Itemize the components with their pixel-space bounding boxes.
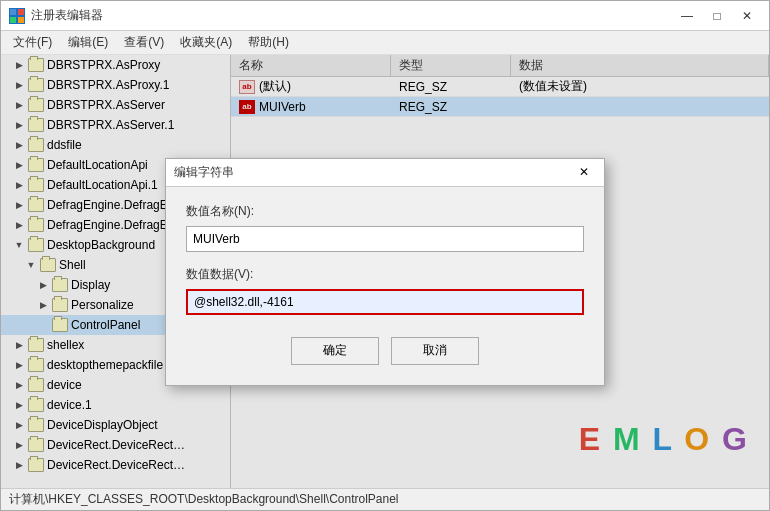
maximize-button[interactable]: □ bbox=[703, 6, 731, 26]
title-bar: 注册表编辑器 — □ ✕ bbox=[1, 1, 769, 31]
svg-rect-3 bbox=[18, 17, 24, 23]
minimize-button[interactable]: — bbox=[673, 6, 701, 26]
menu-view[interactable]: 查看(V) bbox=[116, 32, 172, 53]
close-button[interactable]: ✕ bbox=[733, 6, 761, 26]
dialog-title: 编辑字符串 bbox=[174, 164, 572, 181]
menu-file[interactable]: 文件(F) bbox=[5, 32, 60, 53]
dialog-close-button[interactable]: ✕ bbox=[572, 163, 596, 181]
dialog-overlay: 编辑字符串 ✕ 数值名称(N): 数值数据(V): 确定 取消 bbox=[1, 55, 769, 488]
dialog-body: 数值名称(N): 数值数据(V): 确定 取消 bbox=[166, 187, 604, 385]
status-bar: 计算机\HKEY_CLASSES_ROOT\DesktopBackground\… bbox=[1, 488, 769, 510]
edit-string-dialog: 编辑字符串 ✕ 数值名称(N): 数值数据(V): 确定 取消 bbox=[165, 158, 605, 386]
status-path: 计算机\HKEY_CLASSES_ROOT\DesktopBackground\… bbox=[9, 491, 399, 508]
svg-rect-2 bbox=[10, 17, 16, 23]
dialog-data-input[interactable] bbox=[186, 289, 584, 315]
window-controls: — □ ✕ bbox=[673, 6, 761, 26]
dialog-data-label: 数值数据(V): bbox=[186, 266, 584, 283]
menu-favorites[interactable]: 收藏夹(A) bbox=[172, 32, 240, 53]
dialog-name-label: 数值名称(N): bbox=[186, 203, 584, 220]
svg-rect-1 bbox=[18, 9, 24, 15]
svg-rect-0 bbox=[10, 9, 16, 15]
registry-editor-window: 注册表编辑器 — □ ✕ 文件(F) 编辑(E) 查看(V) 收藏夹(A) 帮助… bbox=[0, 0, 770, 511]
menu-help[interactable]: 帮助(H) bbox=[240, 32, 297, 53]
dialog-title-bar: 编辑字符串 ✕ bbox=[166, 159, 604, 187]
main-content: ▶ DBRSTPRX.AsProxy ▶ DBRSTPRX.AsProxy.1 … bbox=[1, 55, 769, 488]
app-icon bbox=[9, 8, 25, 24]
menu-edit[interactable]: 编辑(E) bbox=[60, 32, 116, 53]
window-title: 注册表编辑器 bbox=[31, 7, 673, 24]
dialog-buttons: 确定 取消 bbox=[186, 337, 584, 369]
dialog-cancel-button[interactable]: 取消 bbox=[391, 337, 479, 365]
menu-bar: 文件(F) 编辑(E) 查看(V) 收藏夹(A) 帮助(H) bbox=[1, 31, 769, 55]
dialog-confirm-button[interactable]: 确定 bbox=[291, 337, 379, 365]
dialog-name-input[interactable] bbox=[186, 226, 584, 252]
